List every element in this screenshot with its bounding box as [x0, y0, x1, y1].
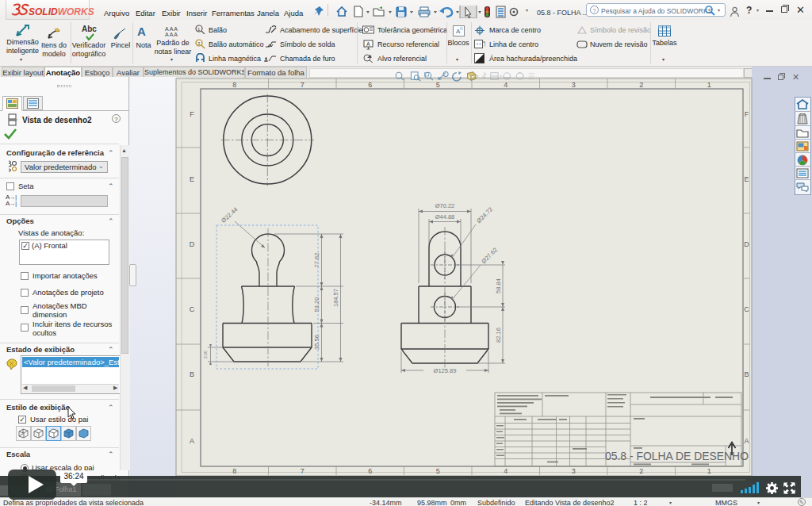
svg-text:2: 2: [639, 467, 643, 475]
svg-text:E: E: [744, 175, 749, 183]
svg-text:05.8 - FOLHA DE DESENHO: 05.8 - FOLHA DE DESENHO: [605, 449, 749, 462]
svg-text:6: 6: [368, 467, 372, 475]
svg-text:4: 4: [504, 81, 508, 89]
svg-text:Ø44.88: Ø44.88: [435, 213, 455, 220]
svg-text:6: 6: [368, 81, 372, 89]
svg-text:Ø125.89: Ø125.89: [434, 367, 457, 374]
svg-text:D: D: [190, 240, 195, 248]
svg-text:82.16: 82.16: [495, 328, 502, 343]
svg-text:53.20: 53.20: [313, 297, 320, 312]
svg-text:B: B: [190, 370, 194, 378]
svg-text:8: 8: [232, 467, 236, 475]
svg-text:5: 5: [436, 467, 440, 475]
svg-text:4: 4: [504, 467, 508, 475]
svg-text:C: C: [744, 305, 749, 313]
svg-text:8: 8: [232, 81, 236, 89]
svg-text:2: 2: [639, 81, 643, 89]
svg-text:D: D: [744, 240, 749, 248]
svg-text:2.00: 2.00: [203, 351, 208, 358]
svg-text:B: B: [744, 370, 749, 378]
svg-text:3: 3: [572, 81, 576, 89]
svg-text:7: 7: [301, 467, 304, 475]
svg-text:1: 1: [707, 467, 711, 475]
svg-text:7: 7: [301, 81, 304, 89]
svg-text:Ø70.22: Ø70.22: [435, 202, 455, 209]
svg-text:184.57: 184.57: [332, 289, 339, 307]
svg-text:A: A: [190, 437, 194, 445]
svg-text:3: 3: [572, 467, 576, 475]
svg-text:E: E: [190, 175, 194, 183]
svg-text:F: F: [745, 110, 749, 118]
svg-text:C: C: [190, 305, 195, 313]
svg-text:F: F: [190, 110, 194, 118]
svg-text:58.84: 58.84: [495, 278, 502, 293]
svg-text:1: 1: [707, 81, 711, 89]
svg-text:A: A: [744, 437, 749, 445]
svg-text:5: 5: [436, 81, 440, 89]
svg-text:35.56: 35.56: [313, 335, 320, 350]
svg-text:77.62: 77.62: [313, 253, 320, 268]
